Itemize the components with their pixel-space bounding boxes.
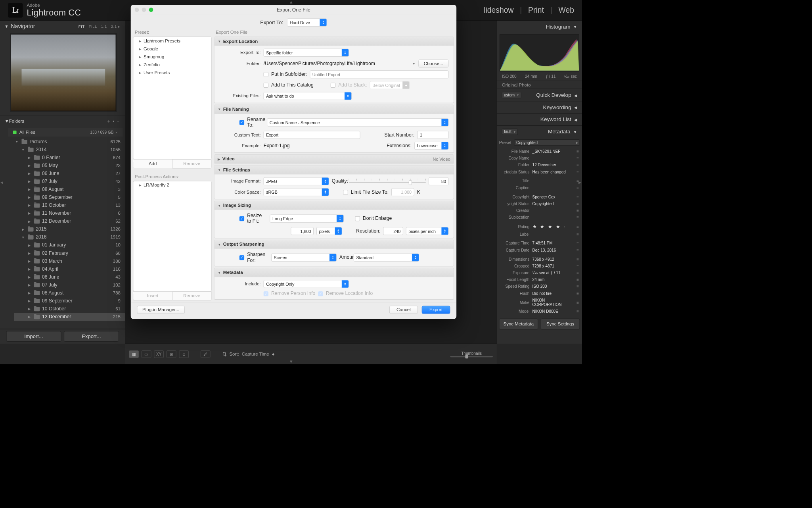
limit-size-checkbox[interactable] [343,190,348,194]
section-metadata-header[interactable]: ▼Metadata [214,268,454,277]
section-sharpen-header[interactable]: ▼Output Sharpening [214,240,454,249]
list-item[interactable]: Google [133,45,211,53]
sort-value[interactable]: Capture Time [242,352,269,357]
folder-row[interactable]: ▶10 October61 [14,305,125,313]
subfolder-name-input[interactable] [310,70,449,78]
nav-fit[interactable]: FIT [79,24,85,29]
folder-row[interactable]: ▶06 June27 [14,169,125,177]
chevron-left-icon[interactable]: ◀ [574,105,577,110]
list-item[interactable]: Zenfolio [133,61,211,69]
folder-row[interactable]: ▼Pictures6125 [14,138,125,146]
rename-to-checkbox[interactable]: ✓ [239,120,244,125]
module-web[interactable]: Web [558,6,574,15]
resize-to-fit-checkbox[interactable]: ✓ [239,216,244,221]
existing-files-select[interactable]: Ask what to do▲▼ [264,92,352,100]
rating-stars[interactable]: ★ ★ ★ ★ · [532,223,575,229]
survey-view-icon[interactable]: ⊞ [167,350,176,358]
sync-settings-button[interactable]: Sync Settings [541,319,580,329]
loupe-view-icon[interactable]: ▭ [142,350,151,358]
export-confirm-button[interactable]: Export [422,306,450,314]
pp-remove-button[interactable]: Remove [172,291,211,300]
import-button[interactable]: Import... [6,331,61,342]
preset-list[interactable]: Lightroom PresetsGoogleSmugmugZenfolioUs… [133,37,211,159]
folder-row[interactable]: ▶0 Earlier874 [14,154,125,162]
section-naming-header[interactable]: ▼File Naming [214,105,454,114]
plugin-manager-button[interactable]: Plug-in Manager... [137,306,184,314]
color-space-select[interactable]: sRGB▲▼ [264,188,329,196]
nav-1to1[interactable]: 1:1 [101,24,107,29]
limit-size-input[interactable] [392,188,414,196]
folder-row[interactable]: ▶08 August788 [14,289,125,297]
chevron-left-icon[interactable]: ◀ [574,117,577,122]
add-to-catalog-checkbox[interactable] [264,83,268,87]
preset-remove-button[interactable]: Remove [172,159,211,168]
folder-row[interactable]: ▶04 April116 [14,265,125,273]
folder-row[interactable]: ▶09 September9 [14,297,125,305]
nav-2to1[interactable]: 2:1 [111,24,117,29]
chevron-down-icon[interactable]: ▼ [573,25,577,29]
chevron-down-icon[interactable]: ▼ [573,130,577,135]
export-to-select[interactable]: Hard Drive▲▼ [287,19,327,27]
folder-row[interactable]: ▶07 July102 [14,281,125,289]
export-button[interactable]: Export... [64,331,119,342]
section-settings-header[interactable]: ▼File Settings [214,165,454,174]
resolution-unit-select[interactable]: pixels per inch▲▼ [406,227,449,235]
section-sizing-header[interactable]: ▼Image Sizing [214,201,454,210]
put-in-subfolder-checkbox[interactable] [264,72,268,77]
quality-slider[interactable] [349,179,426,184]
thumbnail-size-slider[interactable] [450,356,493,357]
metadata-mode-select[interactable]: fault▼ [502,129,518,135]
nav-fill[interactable]: FILL [89,24,97,29]
dont-enlarge-checkbox[interactable] [355,216,360,221]
section-location-header[interactable]: ▼Export Location [214,37,454,46]
sharpen-amount-select[interactable]: Standard▲▼ [354,254,419,262]
list-item[interactable]: Lightroom Presets [133,37,211,45]
preset-add-button[interactable]: Add [133,159,172,168]
section-video-header[interactable]: ▶VideoNo Video [214,155,454,164]
sync-metadata-button[interactable]: Sync Metadata [499,319,538,329]
metadata-include-select[interactable]: Copyright Only▲▼ [264,280,349,288]
traffic-zoom-icon[interactable] [149,8,153,12]
folder-row[interactable]: ▶10 October13 [14,201,125,209]
sharpen-for-checkbox[interactable]: ✓ [239,255,244,260]
rename-template-select[interactable]: Custom Name - Sequence▲▼ [267,118,449,126]
folder-row[interactable]: ▶01 January10 [14,241,125,249]
pp-list[interactable]: LR/Mogrify 2 [133,181,211,291]
folder-row[interactable]: ▶02 February68 [14,249,125,257]
folder-row[interactable]: ▼20141055 [14,146,125,154]
list-item[interactable]: User Presets [133,69,211,77]
resolution-input[interactable] [383,227,403,235]
folder-row[interactable]: ▶08 August3 [14,185,125,193]
dimension-unit-select[interactable]: pixels▲▼ [316,227,342,235]
image-format-select[interactable]: JPEG▲▼ [264,177,329,185]
compare-view-icon[interactable]: XY [154,350,164,358]
navigator-preview[interactable] [11,34,116,111]
traffic-close-icon[interactable] [135,8,139,12]
folder-row[interactable]: ▶09 September5 [14,193,125,201]
folder-row[interactable]: ▶06 June43 [14,273,125,281]
chevron-down-icon[interactable]: ▼ [4,119,9,124]
chevron-down-icon[interactable]: ▼ [4,24,8,29]
folder-row[interactable]: ▶12 December215 [14,313,125,321]
collapse-right-icon[interactable]: ▸ [578,179,581,185]
sharpen-for-select[interactable]: Screen▲▼ [272,254,337,262]
grid-view-icon[interactable]: ▦ [129,350,138,358]
folder-row[interactable]: ▶12 December62 [14,217,125,225]
folder-row[interactable]: ▶05 May23 [14,162,125,169]
folder-row[interactable]: ▶20151326 [14,225,125,233]
spray-tool-icon[interactable]: 🖊 [201,350,210,358]
quality-input[interactable] [429,177,449,185]
collapse-left-icon[interactable]: ◂ [0,179,3,185]
collapse-top-icon[interactable]: ▴ [290,0,292,5]
choose-folder-button[interactable]: Choose... [418,60,448,67]
folder-row[interactable]: ▶03 March380 [14,257,125,265]
preset-select[interactable]: Copyrighted◆ [514,139,580,146]
resize-mode-select[interactable]: Long Edge▲▼ [270,214,344,222]
custom-select[interactable]: ustom▼ [502,92,521,98]
dimension-input[interactable] [291,227,314,235]
traffic-min-icon[interactable] [142,8,146,12]
people-view-icon[interactable]: ☺ [179,350,189,358]
loc-export-to-select[interactable]: Specific folder▲▼ [264,49,349,57]
custom-text-input[interactable] [264,131,360,139]
collapse-bottom-icon[interactable]: ▾ [290,358,292,364]
